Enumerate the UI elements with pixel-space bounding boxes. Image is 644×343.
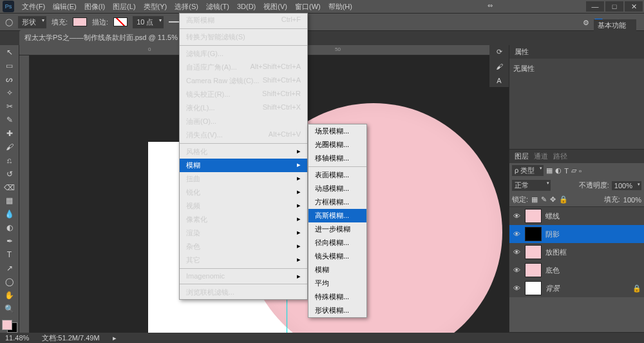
expand-icon[interactable]: ⇔ <box>488 2 493 9</box>
dodge-tool-icon[interactable]: ◐ <box>3 223 16 233</box>
filter-menu-item[interactable]: 渲染 <box>180 226 307 240</box>
filter-menu-item[interactable]: 镜头校正(R)...Shift+Ctrl+R <box>180 88 307 101</box>
hand-tool-icon[interactable]: ✋ <box>3 290 16 300</box>
layer-thumb[interactable] <box>525 245 542 259</box>
lasso-tool-icon[interactable]: ᔕ <box>3 75 16 84</box>
menu-file[interactable]: 文件(F) <box>18 1 49 13</box>
blur-menu-item[interactable]: 表面模糊... <box>308 168 366 182</box>
blur-menu-item[interactable]: 进一步模糊 <box>308 222 366 236</box>
properties-tab[interactable]: 属性 <box>515 47 529 57</box>
menu-edit[interactable]: 编辑(E) <box>49 1 80 13</box>
layer-row[interactable]: 👁 背景 🔒 <box>509 279 644 297</box>
crop-tool-icon[interactable]: ✂ <box>3 102 16 112</box>
filter-menu-item[interactable]: 转换为智能滤镜(S) <box>180 30 307 44</box>
filter-menu-item[interactable]: 风格化 <box>180 145 307 159</box>
layer-name[interactable]: 底色 <box>545 266 560 275</box>
layer-thumb[interactable] <box>525 227 542 241</box>
filter-menu-item[interactable]: 扭曲 <box>180 172 307 186</box>
lock-trans-icon[interactable]: ▦ <box>531 195 538 204</box>
gear-icon[interactable]: ⚙ <box>583 19 589 27</box>
type-tool-icon[interactable]: T <box>3 250 16 260</box>
brush-tool-icon[interactable]: 🖌 <box>3 142 16 152</box>
filter-menu-item[interactable]: 模糊 <box>180 159 307 172</box>
eyedropper-tool-icon[interactable]: ✎ <box>3 115 16 125</box>
zoom-level[interactable]: 11.48% <box>5 334 29 342</box>
filter-adjust-icon[interactable]: ◐ <box>555 166 562 175</box>
stroke-swatch[interactable] <box>113 17 128 26</box>
eraser-tool-icon[interactable]: ⌫ <box>3 182 16 192</box>
ellipse-tool-icon[interactable]: ◯ <box>5 18 13 26</box>
layers-tab[interactable]: 图层 <box>515 152 529 161</box>
filter-menu-item[interactable]: 消失点(V)...Alt+Ctrl+V <box>180 128 307 142</box>
paths-tab[interactable]: 路径 <box>553 152 567 161</box>
close-button[interactable]: ✕ <box>625 1 643 12</box>
menu-help[interactable]: 帮助(H) <box>325 1 356 13</box>
filter-menu-item[interactable]: 杂色 <box>180 240 307 253</box>
filter-menu-item[interactable]: 浏览联机滤镜... <box>180 286 307 299</box>
gradient-tool-icon[interactable]: ▦ <box>3 196 16 206</box>
layer-kind-select[interactable]: ρ 类型 <box>512 165 544 176</box>
blur-menu-item[interactable]: 平均 <box>308 277 366 290</box>
filter-menu-item[interactable]: 锐化 <box>180 186 307 199</box>
lock-pos-icon[interactable]: ✥ <box>550 195 556 204</box>
marquee-tool-icon[interactable]: ▭ <box>3 61 16 71</box>
lock-all-icon[interactable]: 🔒 <box>559 195 568 204</box>
menu-image[interactable]: 图像(I) <box>80 1 109 13</box>
filter-menu-item[interactable]: 自适应广角(A)...Alt+Shift+Ctrl+A <box>180 61 307 74</box>
blur-menu-item[interactable]: 动感模糊... <box>308 182 366 195</box>
properties-panel-header[interactable]: 属性 <box>509 45 644 59</box>
layer-row[interactable]: 👁 放图框 <box>509 243 644 261</box>
visibility-icon[interactable]: 👁 <box>512 266 521 274</box>
doc-info[interactable]: 文档:51.2M/7.49M <box>42 333 99 343</box>
blur-menu-item[interactable]: 移轴模糊... <box>308 152 366 165</box>
filter-menu-item[interactable]: 液化(L)...Shift+Ctrl+X <box>180 101 307 115</box>
history-panel-icon[interactable]: ⟳ <box>497 48 502 56</box>
menu-3d[interactable]: 3D(D) <box>233 1 260 12</box>
filter-shape-icon[interactable]: ▱ <box>571 166 576 175</box>
fill-swatch[interactable] <box>73 17 87 26</box>
blur-menu-item[interactable]: 形状模糊... <box>308 304 366 317</box>
opacity-value[interactable]: 100% <box>612 181 641 190</box>
wand-tool-icon[interactable]: ✧ <box>3 88 16 98</box>
visibility-icon[interactable]: 👁 <box>512 248 521 256</box>
menu-select[interactable]: 选择(S) <box>171 1 202 13</box>
filter-menu-item[interactable]: 视频 <box>180 199 307 213</box>
filter-menu-item[interactable]: 高斯模糊Ctrl+F <box>180 14 307 27</box>
layer-row[interactable]: 👁 螺线 <box>509 207 644 225</box>
chevron-right-icon[interactable]: ▸ <box>113 334 117 342</box>
channels-tab[interactable]: 通道 <box>534 152 548 161</box>
menu-filter[interactable]: 滤镜(T) <box>202 1 233 13</box>
blur-menu-item[interactable]: 场景模糊... <box>308 124 366 138</box>
pen-tool-icon[interactable]: ✒ <box>3 237 16 246</box>
blur-menu-item[interactable]: 方框模糊... <box>308 195 366 209</box>
lock-pixel-icon[interactable]: ✎ <box>541 195 547 204</box>
menu-type[interactable]: 类型(Y) <box>140 1 171 13</box>
filter-type-icon[interactable]: T <box>564 167 569 175</box>
layer-thumb[interactable] <box>525 281 542 295</box>
filter-smart-icon[interactable]: ▫ <box>579 167 582 175</box>
layer-name[interactable]: 阴影 <box>545 230 560 239</box>
blur-menu-item[interactable]: 径向模糊... <box>308 236 366 250</box>
layer-row[interactable]: 👁 底色 <box>509 261 644 279</box>
layer-name[interactable]: 放图框 <box>545 248 567 257</box>
layer-thumb[interactable] <box>525 209 542 223</box>
stamp-tool-icon[interactable]: ⎌ <box>3 155 16 165</box>
blend-mode-select[interactable]: 正常 <box>512 180 551 191</box>
stroke-width-select[interactable]: 10 点 <box>133 16 164 28</box>
path-tool-icon[interactable]: ↗ <box>3 264 16 273</box>
visibility-icon[interactable]: 👁 <box>512 284 521 292</box>
move-tool-icon[interactable]: ↖ <box>3 48 16 57</box>
zoom-tool-icon[interactable]: 🔍 <box>3 304 16 313</box>
blur-menu-item[interactable]: 镜头模糊... <box>308 250 366 263</box>
visibility-icon[interactable]: 👁 <box>512 212 521 220</box>
maximize-button[interactable]: □ <box>605 1 623 12</box>
filter-menu-item[interactable]: 油画(O)... <box>180 115 307 128</box>
filter-menu-item[interactable]: 其它 <box>180 253 307 267</box>
minimize-button[interactable]: — <box>586 1 604 12</box>
visibility-icon[interactable]: 👁 <box>512 230 521 238</box>
heal-tool-icon[interactable]: ✚ <box>3 128 16 138</box>
fill-value[interactable]: 100% <box>623 196 641 204</box>
blur-menu-item[interactable]: 光圈模糊... <box>308 138 366 152</box>
layer-row[interactable]: 👁 阴影 <box>509 225 644 243</box>
menu-layer[interactable]: 图层(L) <box>109 1 139 13</box>
